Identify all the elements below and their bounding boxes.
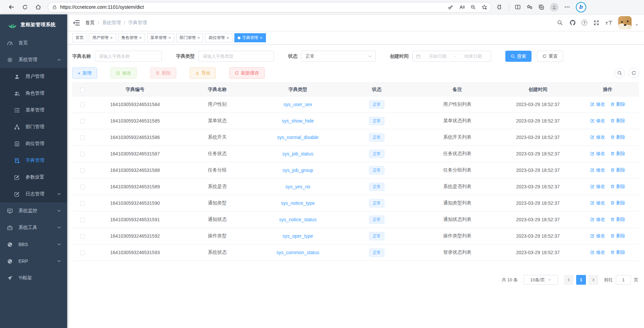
row-edit-link[interactable]: 修改	[590, 200, 605, 206]
breadcrumb-item[interactable]: 首页	[85, 20, 95, 26]
dict-type-link[interactable]: sys_oper_type	[282, 233, 313, 239]
dict-type-link[interactable]: sys_common_status	[276, 250, 319, 255]
status-select[interactable]: 正常	[301, 51, 376, 62]
sidebar-item-yi-framework[interactable]: Yi框架	[0, 270, 67, 286]
refresh-cache-button[interactable]: 刷新缓存	[229, 67, 265, 79]
extensions-puzzle-icon[interactable]	[497, 4, 503, 10]
copilot-icon[interactable]: b	[576, 2, 586, 12]
row-edit-link[interactable]: 修改	[590, 134, 605, 140]
zoom-out-icon[interactable]	[470, 4, 476, 10]
sidebar-item-menu-mgmt[interactable]: 菜单管理	[0, 102, 67, 119]
sidebar-item-param-settings[interactable]: 参数设置	[0, 169, 67, 186]
row-checkbox[interactable]	[80, 102, 85, 107]
browser-home-button[interactable]	[32, 1, 45, 13]
collections-icon[interactable]	[538, 4, 544, 10]
export-button[interactable]: 导出	[190, 67, 216, 79]
row-checkbox[interactable]	[80, 201, 85, 206]
dict-type-link[interactable]: sys_show_hide	[282, 118, 314, 124]
dict-type-link[interactable]: sys_job_group	[282, 168, 313, 173]
next-page-button[interactable]	[589, 275, 598, 285]
row-checkbox[interactable]	[80, 250, 85, 255]
row-checkbox[interactable]	[80, 218, 85, 222]
sidebar-item-user-mgmt[interactable]: 用户管理	[0, 68, 67, 85]
read-aloud-icon[interactable]	[459, 4, 465, 10]
row-checkbox[interactable]	[80, 234, 85, 239]
browser-back-button[interactable]	[5, 1, 18, 13]
prev-page-button[interactable]	[564, 275, 573, 285]
sidebar-item-home[interactable]: 首页	[0, 35, 67, 51]
sidebar-item-dict-mgmt[interactable]: 字典管理	[0, 152, 67, 169]
close-icon[interactable]: ×	[168, 36, 171, 40]
user-avatar[interactable]	[618, 16, 632, 30]
tab-菜单管理[interactable]: 菜单管理×	[147, 33, 174, 42]
font-size-icon[interactable]	[605, 19, 613, 27]
page-size-select[interactable]: 10条/页	[523, 275, 558, 285]
row-edit-link[interactable]: 修改	[590, 233, 605, 239]
add-favorite-star-icon[interactable]	[481, 4, 487, 10]
row-edit-link[interactable]: 修改	[590, 151, 605, 157]
sidebar-item-role-mgmt[interactable]: 角色管理	[0, 85, 67, 102]
sidebar-item-erp[interactable]: ERP	[0, 253, 67, 270]
dict-type-link[interactable]: sys_job_status	[282, 151, 314, 156]
delete-button[interactable]: 删除	[150, 67, 176, 79]
help-icon[interactable]: ?	[582, 20, 587, 26]
row-delete-link[interactable]: 删除	[610, 101, 625, 107]
avatar-caret-down-icon[interactable]	[635, 23, 639, 27]
row-delete-link[interactable]: 删除	[610, 134, 625, 140]
dict-name-input[interactable]	[95, 51, 162, 62]
row-checkbox[interactable]	[80, 135, 85, 140]
row-delete-link[interactable]: 删除	[610, 167, 625, 173]
row-edit-link[interactable]: 修改	[590, 184, 605, 190]
current-page-button[interactable]: 1	[576, 275, 586, 285]
row-delete-link[interactable]: 删除	[610, 233, 625, 239]
close-icon[interactable]: ×	[260, 36, 263, 40]
row-delete-link[interactable]: 删除	[610, 217, 625, 223]
search-button[interactable]: 搜索	[505, 51, 532, 62]
tab-部门管理[interactable]: 部门管理×	[176, 33, 203, 42]
refresh-table-button[interactable]	[629, 68, 639, 78]
sidebar-item-log-mgmt[interactable]: 日志管理	[0, 186, 67, 202]
split-screen-icon[interactable]	[515, 4, 521, 10]
tab-字典管理[interactable]: 字典管理×	[234, 33, 266, 42]
add-button[interactable]: +新增	[72, 67, 97, 79]
more-options-icon[interactable]	[564, 4, 570, 10]
row-checkbox[interactable]	[80, 152, 85, 156]
github-icon[interactable]	[569, 19, 576, 27]
row-edit-link[interactable]: 修改	[590, 167, 605, 173]
row-edit-link[interactable]: 修改	[590, 249, 605, 255]
goto-page-input[interactable]	[616, 275, 631, 285]
dict-type-link[interactable]: sys_yes_no	[285, 184, 310, 189]
dict-type-link[interactable]: sys_normal_disable	[277, 135, 319, 140]
row-checkbox[interactable]	[80, 119, 85, 124]
tab-首页[interactable]: 首页	[72, 33, 87, 42]
edit-button[interactable]: 修改	[110, 67, 137, 79]
select-all-checkbox[interactable]	[80, 88, 85, 92]
sidebar-item-system-monitor[interactable]: 系统监控	[0, 202, 67, 219]
sidebar-item-bbs[interactable]: BBS	[0, 236, 67, 253]
header-search-icon[interactable]	[556, 19, 563, 27]
row-edit-link[interactable]: 修改	[590, 217, 605, 223]
reset-button[interactable]: 重置	[537, 51, 563, 62]
show-search-toggle-button[interactable]	[614, 68, 625, 78]
fullscreen-icon[interactable]	[593, 19, 600, 27]
row-checkbox[interactable]	[80, 168, 85, 173]
row-edit-link[interactable]: 修改	[590, 101, 605, 107]
favorites-icon[interactable]	[526, 4, 533, 10]
sidebar-collapse-icon[interactable]	[73, 19, 80, 27]
password-key-icon[interactable]	[448, 4, 453, 10]
browser-refresh-button[interactable]	[18, 1, 32, 13]
close-icon[interactable]: ×	[197, 36, 200, 40]
tab-用户管理[interactable]: 用户管理×	[89, 33, 116, 42]
sidebar-item-system-mgmt[interactable]: 系统管理	[0, 51, 67, 68]
address-bar[interactable]: https://ccnetcore.com:1101/system/dict	[48, 2, 492, 12]
row-delete-link[interactable]: 删除	[610, 249, 625, 255]
row-checkbox[interactable]	[80, 185, 85, 189]
dict-type-input[interactable]	[198, 51, 274, 62]
row-delete-link[interactable]: 删除	[610, 151, 625, 157]
row-delete-link[interactable]: 删除	[610, 200, 625, 206]
close-icon[interactable]: ×	[139, 36, 142, 40]
row-delete-link[interactable]: 删除	[610, 118, 625, 124]
dict-type-link[interactable]: sys_notice_type	[281, 200, 315, 206]
sidebar-item-dept-mgmt[interactable]: 部门管理	[0, 119, 67, 135]
close-icon[interactable]: ×	[110, 36, 113, 40]
